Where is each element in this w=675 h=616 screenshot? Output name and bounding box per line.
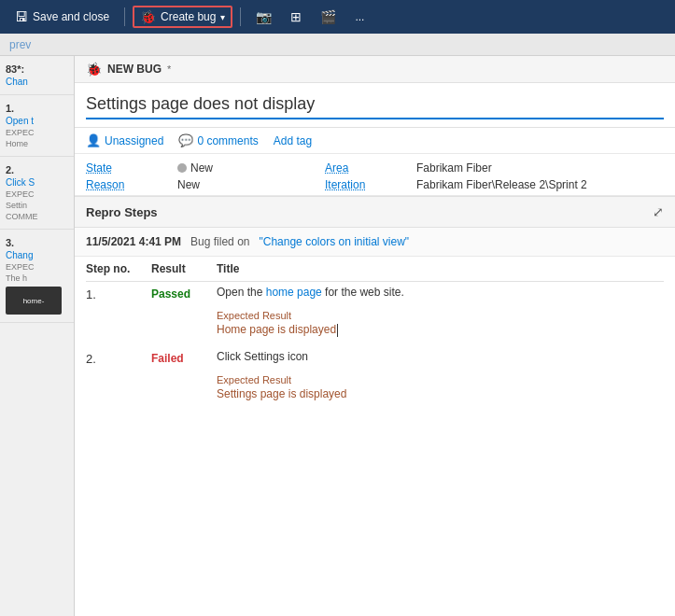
bug-filed-date: 11/5/2021 4:41 PM xyxy=(86,235,181,248)
add-tag-item: Add tag xyxy=(274,134,312,147)
sidebar-item-3-expect-label: EXPEC xyxy=(6,262,68,272)
header-result: Result xyxy=(151,262,217,275)
save-icon: 🖫 xyxy=(15,9,28,24)
comment-icon: 💬 xyxy=(178,133,193,147)
fields-section: State New Area Fabrikam Fiber Reason New… xyxy=(75,154,675,196)
iteration-value: Fabrikam Fiber\Release 2\Sprint 2 xyxy=(416,178,603,191)
bug-header: 🐞 NEW BUG * xyxy=(75,56,675,83)
step-2-expected-value: Settings page is displayed xyxy=(217,387,664,400)
step-1-number: 1. xyxy=(86,286,151,343)
video-icon: 🎬 xyxy=(320,9,336,24)
camera-icon: 📷 xyxy=(256,9,272,24)
sidebar-item-1-number: 1. xyxy=(6,103,68,114)
sidebar-item-3-number: 3. xyxy=(6,237,68,248)
state-value: New xyxy=(177,161,317,175)
sidebar-item-0-label: Chan xyxy=(6,77,68,87)
camera-button[interactable]: 📷 xyxy=(248,6,279,28)
step-1-expected-label: Expected Result xyxy=(217,310,664,321)
bug-filed-row: 11/5/2021 4:41 PM Bug filed on "Change c… xyxy=(75,228,675,257)
title-section xyxy=(75,83,675,128)
table-header: Step no. Result Title xyxy=(86,257,664,282)
comments-link[interactable]: 0 comments xyxy=(197,134,258,147)
person-icon: 👤 xyxy=(86,133,101,147)
screen-record-button[interactable]: ⊞ xyxy=(283,6,309,28)
sidebar-item-3-expect-value: The h xyxy=(6,273,68,283)
bug-filed-text: Bug filed on xyxy=(190,235,249,248)
screen-record-icon: ⊞ xyxy=(290,9,302,24)
sidebar-item-1[interactable]: 1. Open t EXPEC Home xyxy=(0,95,74,157)
table-row: 1. Passed Open the home page for the web… xyxy=(86,282,664,346)
step-2-title: Click Settings icon xyxy=(217,350,664,363)
unsaved-indicator: * xyxy=(167,63,171,75)
separator-1 xyxy=(124,7,125,26)
sidebar-item-2-expect-value: Settin xyxy=(6,201,68,210)
header-step-no: Step no. xyxy=(86,262,151,275)
step-1-title-highlight: home page xyxy=(266,286,322,299)
assignee-item: 👤 Unassigned xyxy=(86,133,163,147)
step-1-content: Open the home page for the web site. Exp… xyxy=(217,286,664,343)
step-2-content: Click Settings icon Expected Result Sett… xyxy=(217,350,664,406)
comments-item: 💬 0 comments xyxy=(178,133,258,147)
sidebar-item-0-number: 83*: xyxy=(6,63,68,75)
iteration-label[interactable]: Iteration xyxy=(325,178,409,191)
sidebar-item-2-expect-label: EXPEC xyxy=(6,189,68,199)
steps-table: Step no. Result Title 1. Passed Open the… xyxy=(75,257,675,410)
sidebar: 83*: Chan 1. Open t EXPEC Home 2. Click … xyxy=(0,56,75,616)
table-row: 2. Failed Click Settings icon Expected R… xyxy=(86,346,664,410)
area-label[interactable]: Area xyxy=(325,161,409,175)
sidebar-item-1-expect-label: EXPEC xyxy=(6,128,68,137)
add-tag-button[interactable]: Add tag xyxy=(274,134,312,147)
sidebar-item-3[interactable]: 3. Chang EXPEC The h home- xyxy=(0,230,74,323)
separator-2 xyxy=(240,7,241,26)
sidebar-item-2-label: Click S xyxy=(6,177,68,188)
video-button[interactable]: 🎬 xyxy=(313,6,344,28)
reason-label[interactable]: Reason xyxy=(86,178,170,191)
step-2-expected-label: Expected Result xyxy=(217,374,664,385)
more-button[interactable]: ... xyxy=(347,7,372,27)
step-2-result: Failed xyxy=(151,350,217,406)
repro-title: Repro Steps xyxy=(86,205,158,219)
text-cursor xyxy=(337,324,338,337)
repro-header: Repro Steps ⤢ xyxy=(75,196,675,228)
new-bug-label: NEW BUG xyxy=(107,63,162,76)
title-input[interactable] xyxy=(86,91,664,119)
sidebar-thumbnail-3: home- xyxy=(6,287,62,315)
prev-link[interactable]: prev xyxy=(9,38,31,51)
step-1-expected-value: Home page is displayed xyxy=(217,323,664,337)
step-1-result: Passed xyxy=(151,286,217,343)
sidebar-item-2-number: 2. xyxy=(6,164,68,175)
create-bug-button[interactable]: 🐞 Create bug ▾ xyxy=(133,6,232,28)
sidebar-item-2[interactable]: 2. Click S EXPEC Settin COMME xyxy=(0,157,74,230)
prev-bar: prev xyxy=(0,34,675,56)
create-bug-dropdown-arrow[interactable]: ▾ xyxy=(220,12,225,22)
assignee-link[interactable]: Unassigned xyxy=(105,134,163,147)
sidebar-item-0[interactable]: 83*: Chan xyxy=(0,56,74,95)
content-area: 🐞 NEW BUG * 👤 Unassigned 💬 0 comments Ad… xyxy=(75,56,675,616)
save-close-button[interactable]: 🖫 Save and close xyxy=(7,6,117,28)
step-2-number: 2. xyxy=(86,350,151,406)
expand-icon[interactable]: ⤢ xyxy=(653,204,664,219)
bug-filed-link[interactable]: "Change colors on initial view" xyxy=(260,235,410,248)
repro-section: Repro Steps ⤢ 11/5/2021 4:41 PM Bug file… xyxy=(75,196,675,410)
toolbar: 🖫 Save and close 🐞 Create bug ▾ 📷 ⊞ 🎬 ..… xyxy=(0,0,675,34)
reason-value: New xyxy=(177,178,317,191)
area-value: Fabrikam Fiber xyxy=(416,161,603,175)
state-label[interactable]: State xyxy=(86,161,170,175)
meta-row: 👤 Unassigned 💬 0 comments Add tag xyxy=(75,128,675,154)
main-layout: 83*: Chan 1. Open t EXPEC Home 2. Click … xyxy=(0,56,675,616)
bug-icon-toolbar: 🐞 xyxy=(140,9,156,24)
step-1-title: Open the home page for the web site. xyxy=(217,286,664,299)
header-title: Title xyxy=(217,262,664,275)
bug-icon: 🐞 xyxy=(86,62,102,77)
sidebar-item-1-label: Open t xyxy=(6,116,68,126)
sidebar-item-1-expect-value: Home xyxy=(6,139,68,148)
state-circle-icon xyxy=(177,163,187,173)
sidebar-item-2-comment-label: COMME xyxy=(6,212,68,221)
sidebar-item-3-label: Chang xyxy=(6,250,68,260)
